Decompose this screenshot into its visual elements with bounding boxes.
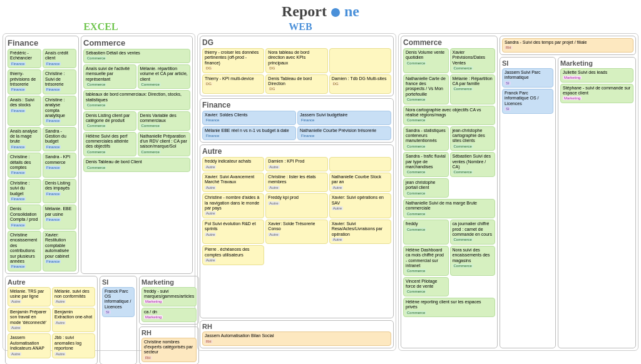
list-item: Anaïs analyse de la mage bruteFinance (8, 127, 41, 152)
list-item: thierry-prévisions de trésorerieFinance (8, 69, 41, 94)
web2-si-title: SI (502, 59, 553, 67)
list-item: Christine - nombre d'aides à la navigati… (202, 193, 264, 218)
list-item: Xavier Prévisions/Dates VentesCommerce (450, 48, 496, 73)
list-item: Denis Listing des impayésFinance (43, 179, 76, 204)
list-item: Nora cartographie avec objectifs CA vs r… (403, 106, 495, 125)
list-item: freddyCommerce (403, 220, 449, 245)
web2-marketing-section: Marketing Juliette Suivi des leadsMarket… (558, 57, 636, 348)
list-item: Christine : suivi du budgetFinance (8, 179, 41, 204)
web2-commerce-section: Commerce Denis Volume vente quotidienCom… (401, 36, 498, 348)
list-item: Xavier: Suivi Resa/Actes/Livraisons par … (329, 220, 391, 245)
list-item: Jassem Suivi budgétaireFinance (297, 111, 391, 125)
excel-si-title: SI (102, 278, 135, 286)
list-item: Benjamin Préparer son travail en mode 'd… (8, 308, 51, 333)
list-item: tableaux de bord commerciaux: Direction,… (83, 90, 190, 109)
list-item: Xavier: Suivi opérations en SAVAutre (329, 193, 391, 218)
excel-section-label: EXCEL (83, 21, 118, 32)
list-item: Denis Listing client par catégorie de pr… (83, 111, 136, 131)
list-item: Christine : lister les états membresAutr… (265, 173, 327, 192)
list-item: Hélène Suivi des perf commerciales attei… (83, 132, 136, 157)
list-item: Franck Parc OS informatique / LicencesSI (102, 287, 135, 317)
list-item: Nathanielle Courbe Stock par anAutre (329, 173, 391, 192)
excel-finance-title: Finance (8, 38, 76, 48)
list-item: Sandra - KPI commerceFinance (43, 153, 76, 178)
list-item: Vincent Pilotage force de venteCommerce (403, 277, 449, 296)
web-column: DG thierry - croiser les données pertine… (197, 33, 396, 351)
list-item: Damien : KPI ProdAutre (265, 157, 327, 171)
list-item: Nathanielle Préparation d'un RDV client … (138, 132, 191, 157)
header-title: Report ne (282, 3, 359, 19)
list-item: Pierre . échéances des comptes utilisate… (202, 245, 264, 265)
list-item: Denis Tableau de bord DirectionDG (265, 74, 327, 94)
excel-rh-section: RH Christine nombres d'experts catégoris… (139, 326, 199, 364)
list-item: Franck Parc informatique OS / LicencesSI (502, 89, 553, 114)
list-item: Jassem Automatisation Indicateurs ANAPAu… (8, 333, 51, 358)
excel-si-section: SI Franck Parc OS informatique / Licence… (100, 276, 137, 364)
web2-sandra-rh: Sandra - Suivi des temps par projet / fi… (500, 36, 636, 55)
web-finance-title: Finance (202, 101, 391, 109)
list-item: ca journalier chiffré prod : carnet de c… (450, 220, 496, 245)
list-item: Xavier: Suivi Avancement Marché TravauxA… (202, 173, 264, 192)
list-item: Denis Variable des commerciauxCommerce (138, 111, 191, 131)
list-item: Christine nombres d'experts catégorisés … (141, 338, 197, 363)
web-section-label: WEB (289, 21, 312, 32)
list-item: ca / dnMarketing (141, 308, 197, 322)
list-item: Jassem Suivi Parc informatiqueSI (502, 68, 553, 88)
list-item: Anaïs : Suivi des stocksFinance (8, 96, 41, 126)
list-item: Anaïs crédit clientFinance (43, 49, 76, 68)
web2-si-section: SI Jassem Suivi Parc informatiqueSI Fran… (500, 57, 556, 348)
excel-commerce-section: Commerce Sébastien Détail des ventesComm… (81, 36, 193, 274)
list-item: Sandra - trafic fluvial par type de marc… (403, 152, 449, 177)
list-item: jean christophe portail clientCommerce (403, 178, 449, 198)
list-item: Christine encaissement des contributions… (8, 231, 41, 271)
excel-autre-title: Autre (8, 278, 95, 286)
list-item: Benjamin Extraction one-shotAutre (52, 308, 95, 333)
list-item: Nathanielle Courbe Prévision trésorerieF… (297, 126, 391, 141)
excel-autre-section: Autre Mélanie. TRS par usine par ligneAu… (5, 276, 98, 364)
list-item: thierry - croiser les données pertinente… (202, 48, 264, 73)
list-item: Sandra - Suivi des temps par projet / fi… (502, 38, 633, 53)
web2-commerce-title: Commerce (403, 38, 495, 47)
list-item: Xavier: Restitution comptable automatisé… (43, 231, 76, 271)
web-dg-section: DG thierry - croiser les données pertine… (200, 36, 394, 96)
web-rh-section: RH Jassem Automatisation Bilan SocialRH (200, 320, 394, 348)
list-item: Freddy kpi prodAutre (265, 193, 327, 218)
list-item: Christine : détails des comptesFinance (8, 153, 41, 178)
list-item: Jbb : suivi anomalies log reportoneAutre (52, 333, 95, 358)
list-item: Christine : analyse compta analytiqueFin… (43, 96, 76, 126)
list-item: Xavier: Solde Trésorerie ConsoAutre (265, 220, 327, 245)
web-autre-title: Autre (202, 147, 391, 156)
list-item: Nathanielle Suivi de ma marge Brute comm… (403, 199, 495, 218)
list-item: freddy indicateur achatsAutre (202, 157, 264, 171)
list-item: Nathanielle Carte de france des prospect… (403, 74, 449, 104)
list-item: Nora tableau de bord direction avec KPIs… (265, 48, 327, 73)
list-item: Thierry - KPI multi-deviceDG (202, 74, 264, 94)
list-item: Mélanie. TRS par usine par ligneAutre (8, 287, 51, 306)
list-item: Jassem Automatisation Bilan SocialRH (202, 331, 391, 346)
excel-marketing-title: Marketing (141, 278, 197, 286)
list-item: Mélanie EBE réel n vs n-1 vs budget à da… (202, 126, 296, 141)
web-autre-section: Autre freddy indicateur achatsAutre Dami… (200, 144, 394, 318)
list-item: Nora suivi des encaissements des magasin… (450, 246, 496, 276)
list-item: Stéphane - suivi de commande sur espace … (560, 84, 633, 103)
list-item: Christine : Suivi de trésorerieFinance (43, 69, 76, 94)
list-item: Hélène reporting client sur les espaces … (403, 298, 495, 317)
header: Report ne (0, 0, 641, 21)
list-item: Mélanie : Répartition CA par familleComm… (450, 74, 496, 104)
excel-marketing-section: Marketing freddy - suivi marques/gammes/… (139, 276, 199, 325)
list-item (329, 48, 391, 73)
list-item: Pol Suivi évolution R&D et sprintsAutre (202, 220, 264, 245)
list-item: Sébastien Détail des ventesCommerce (83, 49, 190, 63)
excel-column: Finance Frédéric - EchéancierFinance Ana… (3, 33, 195, 351)
list-item: Denis Consolidation Compta / prodFinance (8, 205, 41, 230)
excel-finance-section: Finance Frédéric - EchéancierFinance Ana… (5, 36, 79, 274)
list-item: Sébastien Suivi des ventes (Nombre / CA)… (450, 152, 496, 177)
list-item: Frédéric - EchéancierFinance (8, 49, 41, 68)
list-item: Mélanie. suivi des non conformitésAutre (52, 287, 95, 306)
web-rh-title: RH (202, 323, 391, 330)
app-container: Report ne EXCEL WEB Finance Frédéric - E… (0, 0, 641, 364)
list-item: Damien : Tdb DG Multi-sitesDG (329, 74, 391, 94)
web-finance-section: Finance Xavier: Soldes ClientsFinance Ja… (200, 98, 394, 143)
list-item: Sandra - Gestion du budgetFinance (43, 127, 76, 152)
list-item: Denis Tableau de bord ClientCommerce (83, 158, 190, 172)
